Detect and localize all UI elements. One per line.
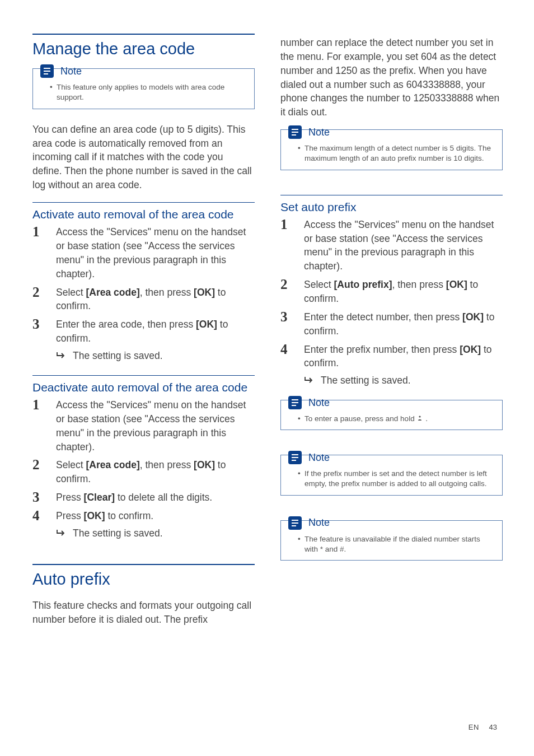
numbered-list: Access the "Services" menu on the handse… bbox=[32, 225, 255, 363]
heading-h2: Activate auto removal of the area code bbox=[32, 207, 255, 222]
svg-rect-18 bbox=[292, 520, 298, 521]
rule bbox=[32, 34, 255, 35]
hash-key-icon bbox=[416, 415, 423, 422]
svg-rect-1 bbox=[44, 68, 50, 69]
step-item: Enter the detect number, then press [OK]… bbox=[280, 310, 503, 338]
svg-rect-3 bbox=[44, 73, 48, 74]
note-box: Note If the prefix number is set and the… bbox=[280, 455, 503, 495]
svg-point-12 bbox=[419, 416, 421, 417]
rule bbox=[32, 564, 255, 565]
svg-rect-2 bbox=[44, 71, 50, 72]
numbered-list: Access the "Services" menu on the handse… bbox=[280, 218, 503, 388]
note-text: The feature is unavailable if the dialed… bbox=[298, 534, 494, 554]
note-label: Note bbox=[308, 452, 330, 464]
section-deactivate: Deactivate auto removal of the area code… bbox=[32, 375, 255, 540]
step-item: Select [Area code], then press [OK] to c… bbox=[32, 458, 255, 486]
step-item: Press [OK] to confirm. The setting is sa… bbox=[32, 509, 255, 540]
step-item: Select [Auto prefix], then press [OK] to… bbox=[280, 278, 503, 306]
numbered-list: Access the "Services" menu on the handse… bbox=[32, 398, 255, 540]
svg-rect-15 bbox=[292, 457, 298, 458]
svg-rect-14 bbox=[292, 454, 298, 455]
result-arrow-icon bbox=[56, 351, 66, 359]
section-manage-area-code: Manage the area code bbox=[32, 34, 255, 58]
rule bbox=[32, 202, 255, 203]
step-item: Enter the prefix number, then press [OK]… bbox=[280, 343, 503, 388]
svg-rect-10 bbox=[292, 402, 298, 403]
note-text: The maximum length of a detect number is… bbox=[298, 143, 494, 164]
heading-h1: Auto prefix bbox=[32, 570, 255, 589]
note-header: Note bbox=[287, 450, 496, 465]
footer-page-number: 43 bbox=[489, 723, 497, 731]
step-item: Access the "Services" menu on the handse… bbox=[280, 218, 503, 273]
step-item: Select [Area code], then press [OK] to c… bbox=[32, 286, 255, 314]
step-item: Access the "Services" menu on the handse… bbox=[32, 225, 255, 281]
result-arrow-icon bbox=[56, 529, 66, 536]
note-label: Note bbox=[308, 127, 330, 138]
heading-h2: Set auto prefix bbox=[280, 200, 503, 214]
svg-rect-20 bbox=[292, 525, 296, 526]
svg-rect-6 bbox=[292, 132, 298, 133]
note-header: Note bbox=[287, 515, 496, 531]
page-footer: EN 43 bbox=[469, 723, 497, 731]
paragraph: number can replace the detect number you… bbox=[280, 36, 503, 119]
section-activate: Activate auto removal of the area code A… bbox=[32, 202, 255, 363]
result-line: The setting is saved. bbox=[304, 374, 503, 388]
note-box: Note To enter a pause, press and hold . bbox=[280, 400, 503, 430]
note-icon bbox=[287, 395, 303, 410]
svg-rect-16 bbox=[292, 460, 296, 461]
note-icon bbox=[287, 124, 303, 140]
svg-rect-7 bbox=[292, 134, 296, 136]
heading-h2: Deactivate auto removal of the area code bbox=[32, 380, 255, 395]
result-arrow-icon bbox=[304, 376, 314, 384]
note-text: This feature only applies to models with… bbox=[50, 82, 246, 102]
note-icon bbox=[39, 63, 55, 79]
result-line: The setting is saved. bbox=[56, 526, 255, 540]
heading-h1: Manage the area code bbox=[32, 39, 255, 58]
note-box: Note The feature is unavailable if the d… bbox=[280, 520, 503, 561]
svg-rect-5 bbox=[292, 129, 298, 130]
step-item: Press [Clear] to delete all the digits. bbox=[32, 491, 255, 505]
note-header: Note bbox=[287, 124, 496, 140]
svg-rect-19 bbox=[292, 522, 298, 524]
note-icon bbox=[287, 515, 303, 531]
svg-rect-11 bbox=[292, 405, 296, 406]
paragraph: You can define an area code (up to 5 dig… bbox=[32, 123, 255, 192]
note-header: Note bbox=[39, 63, 249, 79]
result-line: The setting is saved. bbox=[56, 349, 255, 363]
section-set-auto-prefix: Set auto prefix Access the "Services" me… bbox=[280, 195, 503, 388]
footer-lang: EN bbox=[469, 723, 479, 731]
note-icon bbox=[287, 450, 303, 465]
note-label: Note bbox=[308, 397, 330, 409]
note-box: Note The maximum length of a detect numb… bbox=[280, 129, 503, 170]
paragraph: This feature checks and formats your out… bbox=[32, 599, 255, 627]
step-item: Access the "Services" menu on the handse… bbox=[32, 398, 255, 454]
step-item: Enter the area code, then press [OK] to … bbox=[32, 318, 255, 363]
rule bbox=[32, 375, 255, 376]
rule bbox=[280, 195, 503, 195]
note-text: If the prefix number is set and the dete… bbox=[298, 469, 494, 489]
note-header: Note bbox=[287, 395, 496, 410]
note-label: Note bbox=[308, 517, 330, 529]
svg-rect-9 bbox=[292, 399, 298, 400]
note-text: To enter a pause, press and hold . bbox=[298, 414, 494, 424]
note-box: Note This feature only applies to models… bbox=[32, 68, 255, 109]
section-auto-prefix: Auto prefix This feature checks and form… bbox=[32, 564, 255, 627]
note-label: Note bbox=[60, 66, 82, 77]
